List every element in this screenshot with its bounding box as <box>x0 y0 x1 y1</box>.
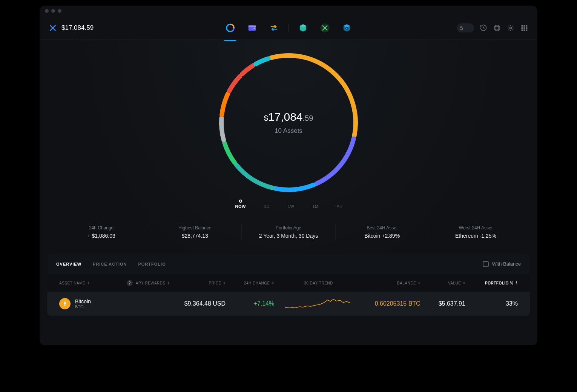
timeframe-now[interactable]: NOW <box>235 199 246 209</box>
topbar-right <box>457 23 528 32</box>
nav-swap[interactable] <box>318 20 333 35</box>
portfolio-donut-chart: $17,084.59 10 Assets <box>217 51 360 194</box>
window-minimize-dot[interactable] <box>51 9 55 13</box>
stat-value: 2 Year, 3 Month, 30 Days <box>246 233 331 239</box>
col-apy-header[interactable]: ?APY REWARDS▲▼ <box>124 280 180 286</box>
lock-toggle[interactable] <box>457 23 474 32</box>
stat-4: Worst 24H AssetEthereum -1,25% <box>429 224 522 240</box>
col-balance-header[interactable]: BALANCE▲▼ <box>360 281 424 285</box>
timeframe-1m[interactable]: 1M <box>312 199 318 209</box>
portfolio-icon <box>226 23 235 33</box>
apps-grid-button[interactable] <box>520 24 528 32</box>
stat-1: Highest Balance$28,774.13 <box>148 224 242 240</box>
help-icon[interactable]: ? <box>127 280 133 286</box>
svg-rect-2 <box>249 25 256 27</box>
cell-price: $9,364.48 USD <box>180 300 229 307</box>
with-balance-filter[interactable]: With Balance <box>483 261 521 267</box>
col-price-header[interactable]: PRICE▲▼ <box>180 281 229 285</box>
stat-value: + $1,086.03 <box>58 233 144 239</box>
svg-rect-11 <box>523 25 525 26</box>
stat-3: Best 24H AssetBitcoin +2.89% <box>336 224 429 240</box>
sort-icon: ▲▼ <box>167 281 170 285</box>
stat-2: Portfolio Age2 Year, 3 Month, 30 Days <box>242 224 335 240</box>
nav-exchange[interactable] <box>267 20 282 35</box>
stat-value: Ethereum -1,25% <box>433 233 519 239</box>
amount-cents: .59 <box>303 114 313 122</box>
table-row[interactable]: ₿BitcoinBTC$9,364.48 USD+7.14%0.60205315… <box>47 292 530 316</box>
main-content: $17,084.59 10 Assets NOW1D1W1MAll 24h Ch… <box>40 40 537 345</box>
nav-portfolio[interactable] <box>223 20 238 35</box>
sort-icon: ▲▼ <box>87 281 89 285</box>
coin-name: Bitcoin <box>75 298 91 304</box>
table-tabs-row: OVERVIEWPRICE ACTIONPORTFOLIO With Balan… <box>47 254 530 274</box>
sort-icon: ▲▼ <box>272 281 274 285</box>
stat-label: Portfolio Age <box>246 225 331 231</box>
nav-buy[interactable] <box>296 20 311 35</box>
nav-wallet[interactable] <box>245 20 260 35</box>
cell-change: +7.14% <box>229 300 277 307</box>
svg-point-8 <box>496 26 499 29</box>
svg-rect-6 <box>460 28 463 29</box>
sort-icon: ▲▼ <box>463 281 465 285</box>
table-header: ASSET NAME▲▼ ?APY REWARDS▲▼ PRICE▲▼ 24H … <box>47 274 530 292</box>
stat-value: Bitcoin +2.89% <box>339 233 425 239</box>
col-asset-header[interactable]: ASSET NAME▲▼ <box>56 281 124 285</box>
settings-button[interactable] <box>506 24 515 32</box>
stat-value: $28,774.13 <box>152 233 238 239</box>
timeframe-1d[interactable]: 1D <box>264 199 270 209</box>
stat-label: Best 24H Asset <box>339 225 425 231</box>
svg-rect-13 <box>522 27 523 29</box>
cell-value: $5,637.91 <box>424 300 468 307</box>
stat-label: Highest Balance <box>152 225 238 231</box>
svg-rect-17 <box>523 29 525 31</box>
coin-symbol: BTC <box>75 304 91 309</box>
table-tabs: OVERVIEWPRICE ACTIONPORTFOLIO <box>56 262 166 266</box>
cell-asset: ₿BitcoinBTC <box>56 298 124 309</box>
titlebar <box>40 6 537 16</box>
svg-rect-12 <box>526 25 527 26</box>
window-zoom-dot[interactable] <box>58 9 61 13</box>
timeframe-all[interactable]: All <box>337 199 342 209</box>
timeframe-selector: NOW1D1W1MAll <box>235 199 342 209</box>
wallet-icon <box>247 23 257 33</box>
svg-point-9 <box>510 27 512 29</box>
swap-icon <box>320 23 330 33</box>
col-pct-header[interactable]: PORTFOLIO %▲▼ <box>468 281 521 285</box>
col-change-header[interactable]: 24H CHANGE▲▼ <box>229 281 277 285</box>
cell-trend <box>277 297 360 311</box>
timeframe-active-dot <box>239 200 242 203</box>
nav-divider <box>288 24 289 32</box>
assets-count: 10 Assets <box>275 127 302 135</box>
tab-portfolio[interactable]: PORTFOLIO <box>138 262 166 266</box>
total-balance: $17,084.59 <box>61 24 94 32</box>
history-button[interactable] <box>479 24 488 32</box>
table-body: ₿BitcoinBTC$9,364.48 USD+7.14%0.60205315… <box>47 292 530 316</box>
with-balance-checkbox[interactable] <box>483 261 489 267</box>
svg-rect-14 <box>523 27 525 29</box>
apps-icon <box>342 23 352 33</box>
nav-apps[interactable] <box>339 20 354 35</box>
col-trend-header: 30 DAY TREND <box>277 281 360 285</box>
sort-icon: ▲▼ <box>223 281 226 285</box>
history-icon <box>480 24 487 32</box>
col-value-header[interactable]: VALUE▲▼ <box>424 281 468 285</box>
nav-active-indicator <box>224 40 236 41</box>
svg-text:₿: ₿ <box>64 301 66 306</box>
assets-table: OVERVIEWPRICE ACTIONPORTFOLIO With Balan… <box>47 254 530 316</box>
nav-icons <box>223 16 354 40</box>
tab-overview[interactable]: OVERVIEW <box>56 262 81 266</box>
donut-center: $17,084.59 10 Assets <box>217 51 360 194</box>
cell-balance: 0.60205315 BTC <box>360 300 424 307</box>
support-button[interactable] <box>493 24 501 32</box>
svg-rect-18 <box>526 29 527 31</box>
topbar: $17,084.59 <box>40 16 537 40</box>
app-logo-icon <box>49 24 57 32</box>
svg-rect-10 <box>522 25 523 26</box>
sparkline-icon <box>284 297 352 311</box>
stat-label: Worst 24H Asset <box>433 225 519 231</box>
tab-price-action[interactable]: PRICE ACTION <box>93 262 127 266</box>
app-window: $17,084.59 <box>40 6 537 345</box>
timeframe-1w[interactable]: 1W <box>288 199 295 209</box>
gear-icon <box>507 24 514 32</box>
window-close-dot[interactable] <box>45 9 49 13</box>
